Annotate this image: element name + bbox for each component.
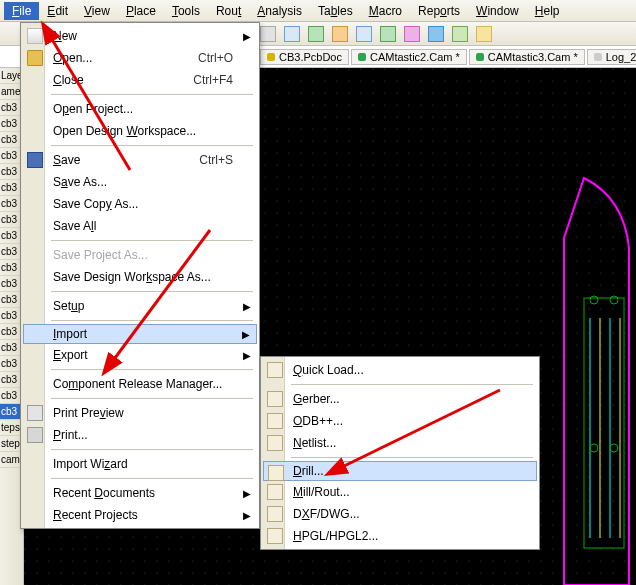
shortcut: Ctrl+F4: [193, 73, 233, 87]
toolbar-icon[interactable]: [308, 26, 324, 42]
shortcut: Ctrl+O: [198, 51, 233, 65]
import-hpgl-hpgl[interactable]: HPGL/HPGL2...: [263, 525, 537, 547]
menu-tools[interactable]: Tools: [164, 2, 208, 20]
import-submenu: Quick Load...Gerber...ODB++...Netlist...…: [260, 356, 540, 550]
menu-reports[interactable]: Reports: [410, 2, 468, 20]
menu-label: Quick Load...: [293, 363, 364, 377]
menu-tables[interactable]: Tables: [310, 2, 361, 20]
menubar: File Edit View Place Tools Rout Analysis…: [0, 0, 636, 22]
menu-label: Recent Projects: [53, 508, 138, 522]
menu-rout[interactable]: Rout: [208, 2, 249, 20]
file-menu-import[interactable]: Import▶: [23, 324, 257, 344]
file-menu-print[interactable]: Print...: [23, 424, 257, 446]
submenu-arrow-icon: ▶: [243, 301, 251, 312]
menu-help[interactable]: Help: [527, 2, 568, 20]
tab-log201[interactable]: Log_201: [587, 49, 636, 65]
import-netlist[interactable]: Netlist...: [263, 432, 537, 454]
tab-camtastic3[interactable]: CAMtastic3.Cam *: [469, 49, 585, 65]
file-menu-close[interactable]: CloseCtrl+F4: [23, 69, 257, 91]
file-menu-open[interactable]: Open...Ctrl+O: [23, 47, 257, 69]
menu-macro[interactable]: Macro: [361, 2, 410, 20]
menu-file[interactable]: File: [4, 2, 39, 20]
tab-cb3[interactable]: CB3.PcbDoc: [260, 49, 349, 65]
menu-edit[interactable]: Edit: [39, 2, 76, 20]
cam-icon: [358, 53, 366, 61]
open-icon: [27, 50, 43, 66]
menu-label: Save Copy As...: [53, 197, 138, 211]
tab-camtastic2[interactable]: CAMtastic2.Cam *: [351, 49, 467, 65]
log-icon: [594, 53, 602, 61]
file-menu-import-wizard[interactable]: Import Wizard: [23, 453, 257, 475]
toolbar-icon[interactable]: [452, 26, 468, 42]
import-dxf-dwg[interactable]: DXF/DWG...: [263, 503, 537, 525]
submenu-arrow-icon: ▶: [242, 329, 250, 340]
printprev-icon: [27, 405, 43, 421]
file-menu-print-preview[interactable]: Print Preview: [23, 402, 257, 424]
toolbar-icon[interactable]: [332, 26, 348, 42]
import-item-icon: [267, 435, 283, 451]
menu-label: ODB++...: [293, 414, 343, 428]
submenu-arrow-icon: ▶: [243, 488, 251, 499]
new-icon: [27, 28, 43, 44]
import-gerber[interactable]: Gerber...: [263, 388, 537, 410]
file-menu-open-design-workspace[interactable]: Open Design Workspace...: [23, 120, 257, 142]
file-menu-new[interactable]: New▶: [23, 25, 257, 47]
menu-label: HPGL/HPGL2...: [293, 529, 378, 543]
shortcut: Ctrl+S: [199, 153, 233, 167]
menu-place[interactable]: Place: [118, 2, 164, 20]
menu-label: Import: [53, 327, 87, 341]
menu-label: Print Preview: [53, 406, 124, 420]
import-odb[interactable]: ODB++...: [263, 410, 537, 432]
file-menu-save[interactable]: SaveCtrl+S: [23, 149, 257, 171]
file-menu-save-project-as: Save Project As...: [23, 244, 257, 266]
menu-label: Save: [53, 153, 80, 167]
file-menu-setup[interactable]: Setup▶: [23, 295, 257, 317]
menu-label: Netlist...: [293, 436, 336, 450]
import-drill[interactable]: Drill...: [263, 461, 537, 481]
file-menu-save-copy-as[interactable]: Save Copy As...: [23, 193, 257, 215]
menu-label: Drill...: [293, 464, 324, 478]
import-item-icon: [268, 465, 284, 481]
toolbar-icon[interactable]: [356, 26, 372, 42]
pcb-icon: [267, 53, 275, 61]
import-quick-load[interactable]: Quick Load...: [263, 359, 537, 381]
submenu-arrow-icon: ▶: [243, 510, 251, 521]
file-menu-save-all[interactable]: Save All: [23, 215, 257, 237]
import-item-icon: [267, 506, 283, 522]
menu-view[interactable]: View: [76, 2, 118, 20]
toolbar-icon[interactable]: [284, 26, 300, 42]
menu-analysis[interactable]: Analysis: [249, 2, 310, 20]
print-icon: [27, 427, 43, 443]
file-menu-recent-projects[interactable]: Recent Projects▶: [23, 504, 257, 526]
file-menu-export[interactable]: Export▶: [23, 344, 257, 366]
menu-label: Save Project As...: [53, 248, 148, 262]
import-item-icon: [267, 413, 283, 429]
save-icon: [27, 152, 43, 168]
cam-icon: [476, 53, 484, 61]
menu-label: Mill/Rout...: [293, 485, 350, 499]
menu-label: Save As...: [53, 175, 107, 189]
menu-label: Save Design Workspace As...: [53, 270, 211, 284]
file-menu-component-release-manager[interactable]: Component Release Manager...: [23, 373, 257, 395]
file-menu-open-project[interactable]: Open Project...: [23, 98, 257, 120]
menu-label: New: [53, 29, 77, 43]
menu-label: Export: [53, 348, 88, 362]
menu-label: Open...: [53, 51, 92, 65]
toolbar-icon[interactable]: [476, 26, 492, 42]
menu-window[interactable]: Window: [468, 2, 527, 20]
menu-label: Recent Documents: [53, 486, 155, 500]
toolbar-icon[interactable]: [428, 26, 444, 42]
file-menu-recent-documents[interactable]: Recent Documents▶: [23, 482, 257, 504]
menu-label: Print...: [53, 428, 88, 442]
file-menu-save-design-workspace-as[interactable]: Save Design Workspace As...: [23, 266, 257, 288]
menu-label: DXF/DWG...: [293, 507, 360, 521]
import-item-icon: [267, 362, 283, 378]
toolbar-icon[interactable]: [404, 26, 420, 42]
toolbar-icon[interactable]: [380, 26, 396, 42]
toolbar-icon[interactable]: [260, 26, 276, 42]
file-menu: New▶Open...Ctrl+OCloseCtrl+F4Open Projec…: [20, 22, 260, 529]
file-menu-save-as[interactable]: Save As...: [23, 171, 257, 193]
import-mill-rout[interactable]: Mill/Rout...: [263, 481, 537, 503]
menu-label: Open Design Workspace...: [53, 124, 196, 138]
menu-label: Component Release Manager...: [53, 377, 222, 391]
